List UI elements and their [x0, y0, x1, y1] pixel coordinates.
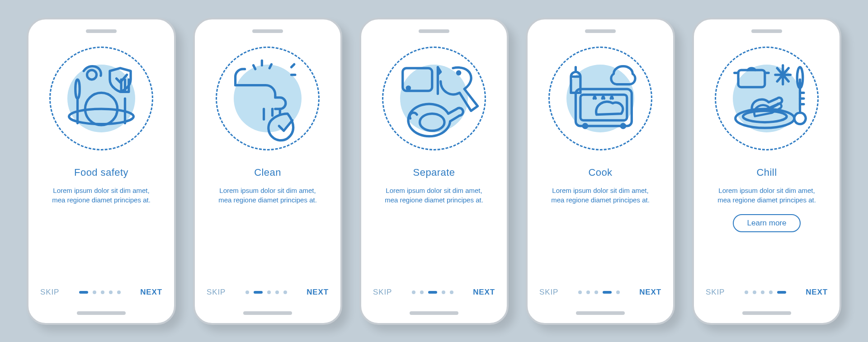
- onboarding-nav: SKIP NEXT: [694, 288, 840, 297]
- skip-button[interactable]: SKIP: [373, 288, 392, 297]
- svg-rect-12: [738, 70, 765, 87]
- page-dot[interactable]: [254, 291, 263, 294]
- screen-title: Chill: [757, 167, 777, 178]
- page-dot[interactable]: [420, 290, 424, 294]
- next-button[interactable]: NEXT: [307, 288, 329, 297]
- page-dot[interactable]: [616, 290, 620, 294]
- phone-speaker: [751, 29, 782, 33]
- page-dot[interactable]: [412, 290, 415, 294]
- skip-button[interactable]: SKIP: [539, 288, 558, 297]
- page-dot[interactable]: [753, 290, 756, 294]
- phone-speaker: [86, 29, 117, 33]
- page-dot[interactable]: [109, 290, 113, 294]
- page-dot[interactable]: [283, 290, 287, 294]
- page-dot[interactable]: [101, 290, 104, 294]
- clean-icon: [216, 47, 320, 150]
- cook-icon: [548, 47, 652, 150]
- home-indicator: [742, 311, 791, 315]
- phone-screen-4: Chill Lorem ipsum dolor sit dim amet, me…: [692, 18, 841, 325]
- home-indicator: [243, 311, 292, 315]
- page-dot[interactable]: [603, 291, 612, 294]
- screen-description: Lorem ipsum dolor sit dim amet, mea regi…: [538, 186, 663, 206]
- home-indicator: [410, 311, 458, 315]
- screen-title: Clean: [254, 167, 281, 178]
- page-dot[interactable]: [769, 290, 773, 294]
- page-dots: [79, 290, 121, 294]
- skip-button[interactable]: SKIP: [40, 288, 59, 297]
- page-dot[interactable]: [777, 291, 786, 294]
- onboarding-nav: SKIP NEXT: [28, 288, 174, 297]
- page-dots: [245, 290, 287, 294]
- next-button[interactable]: NEXT: [806, 288, 828, 297]
- chill-icon: [715, 47, 819, 150]
- screen-title: Food safety: [74, 167, 128, 178]
- page-dot[interactable]: [275, 290, 279, 294]
- phone-speaker: [419, 29, 449, 33]
- page-dot[interactable]: [117, 290, 121, 294]
- page-dot[interactable]: [586, 290, 590, 294]
- page-dot[interactable]: [79, 291, 88, 294]
- onboarding-nav: SKIP NEXT: [361, 288, 507, 297]
- phone-speaker: [585, 29, 616, 33]
- skip-button[interactable]: SKIP: [207, 288, 226, 297]
- phone-screen-0: Food safety Lorem ipsum dolor sit dim am…: [27, 18, 176, 325]
- page-dots: [578, 290, 620, 294]
- page-dots: [412, 290, 453, 294]
- phone-screen-3: Cook Lorem ipsum dolor sit dim amet, mea…: [526, 18, 675, 325]
- phone-speaker: [252, 29, 283, 33]
- home-indicator: [77, 311, 126, 315]
- home-indicator: [576, 311, 625, 315]
- page-dot[interactable]: [594, 290, 598, 294]
- learn-more-button[interactable]: Learn more: [733, 214, 801, 232]
- screen-description: Lorem ipsum dolor sit dim amet, mea regi…: [38, 186, 164, 206]
- screen-description: Lorem ipsum dolor sit dim amet, mea regi…: [205, 186, 330, 206]
- page-dot[interactable]: [761, 290, 764, 294]
- page-dot[interactable]: [578, 290, 582, 294]
- page-dot[interactable]: [428, 291, 437, 294]
- svg-point-5: [420, 113, 445, 131]
- svg-point-8: [583, 124, 587, 127]
- page-dot[interactable]: [450, 290, 453, 294]
- next-button[interactable]: NEXT: [140, 288, 162, 297]
- page-dot[interactable]: [745, 290, 748, 294]
- page-dots: [745, 290, 786, 294]
- next-button[interactable]: NEXT: [473, 288, 495, 297]
- food-safety-icon: [49, 47, 153, 150]
- screen-title: Separate: [413, 167, 455, 178]
- onboarding-nav: SKIP NEXT: [528, 288, 673, 297]
- svg-point-11: [743, 111, 787, 122]
- svg-point-4: [457, 71, 460, 74]
- onboarding-nav: SKIP NEXT: [195, 288, 340, 297]
- page-dot[interactable]: [245, 290, 249, 294]
- separate-icon: [382, 47, 486, 150]
- svg-point-3: [407, 86, 410, 89]
- screen-description: Lorem ipsum dolor sit dim amet, mea regi…: [704, 186, 830, 206]
- page-dot[interactable]: [442, 290, 445, 294]
- phone-screen-1: Clean Lorem ipsum dolor sit dim amet, me…: [193, 18, 342, 325]
- page-dot[interactable]: [93, 290, 96, 294]
- screen-description: Lorem ipsum dolor sit dim amet, mea regi…: [371, 186, 497, 206]
- page-dot[interactable]: [267, 290, 271, 294]
- screen-title: Cook: [588, 167, 612, 178]
- svg-point-9: [621, 124, 625, 127]
- skip-button[interactable]: SKIP: [706, 288, 725, 297]
- phone-screen-2: Separate Lorem ipsum dolor sit dim amet,…: [359, 18, 509, 325]
- next-button[interactable]: NEXT: [639, 288, 661, 297]
